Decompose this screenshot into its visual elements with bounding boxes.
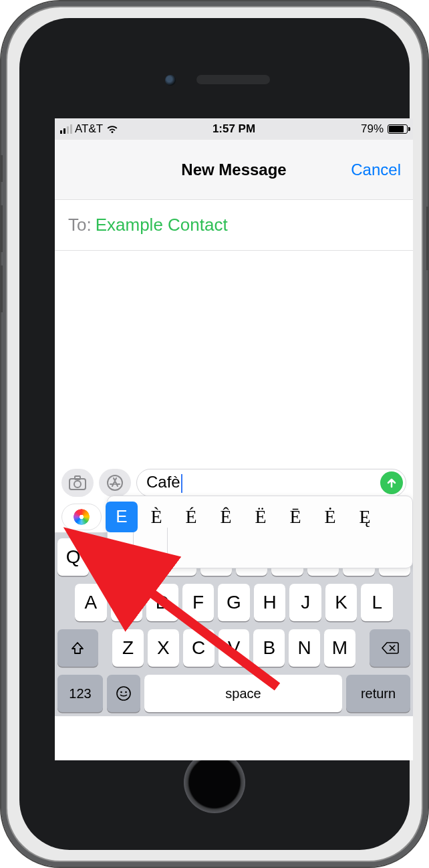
svg-point-1: [74, 481, 81, 487]
to-contact: Example Contact: [96, 215, 228, 235]
mute-switch: [0, 155, 3, 182]
key-j[interactable]: J: [289, 584, 321, 621]
front-camera: [165, 75, 176, 86]
key-d[interactable]: D: [146, 584, 178, 621]
accent-key-e-diaeresis[interactable]: Ë: [245, 502, 277, 532]
accent-picker-row: E È É Ê Ë Ē Ė Ę: [55, 501, 413, 533]
clock: 1:57 PM: [55, 122, 413, 136]
page-title: New Message: [181, 160, 286, 179]
key-z[interactable]: Z: [112, 629, 144, 667]
key-s[interactable]: S: [111, 584, 143, 621]
key-h[interactable]: H: [254, 584, 286, 621]
to-label: To:: [68, 215, 92, 235]
phone-frame: AT&T 1:57 PM 79% New Message Cancel To:: [0, 0, 429, 868]
key-k[interactable]: K: [325, 584, 358, 621]
accent-options: E È É Ê Ë Ē Ė Ę: [106, 502, 413, 532]
key-n[interactable]: N: [289, 629, 320, 667]
svg-point-3: [108, 475, 122, 490]
message-input[interactable]: Cafè: [136, 469, 406, 497]
key-g[interactable]: G: [218, 584, 250, 621]
status-bar: AT&T 1:57 PM 79%: [55, 118, 413, 140]
photos-icon: [74, 509, 90, 525]
key-c[interactable]: C: [183, 629, 214, 667]
battery-icon: [388, 124, 408, 134]
key-f[interactable]: F: [182, 584, 214, 621]
key-shift[interactable]: [57, 629, 98, 667]
accent-key-e-macron[interactable]: Ē: [279, 502, 311, 532]
key-q[interactable]: Q: [57, 538, 89, 576]
phone-bezel: AT&T 1:57 PM 79% New Message Cancel To:: [19, 18, 410, 850]
key-return[interactable]: return: [346, 675, 410, 712]
volume-down-button: [0, 265, 3, 312]
cancel-button[interactable]: Cancel: [351, 160, 401, 179]
accent-key-e-circumflex[interactable]: Ê: [210, 502, 242, 532]
key-emoji[interactable]: [107, 675, 140, 712]
camera-button[interactable]: [61, 469, 94, 497]
key-m[interactable]: M: [324, 629, 355, 667]
key-backspace[interactable]: [370, 629, 410, 667]
svg-point-5: [120, 691, 122, 693]
svg-point-4: [117, 687, 130, 700]
accent-key-e-dot[interactable]: Ė: [314, 502, 346, 532]
volume-up-button: [0, 205, 3, 252]
svg-rect-2: [75, 476, 80, 479]
accent-key-e-grave[interactable]: È: [140, 502, 172, 532]
accent-key-e[interactable]: E: [106, 502, 138, 532]
key-b[interactable]: B: [253, 629, 285, 667]
key-x[interactable]: X: [148, 629, 179, 667]
nav-bar: New Message Cancel: [55, 140, 413, 200]
key-numbers[interactable]: 123: [57, 675, 103, 712]
earpiece-speaker: [196, 75, 270, 84]
svg-point-6: [125, 691, 127, 693]
photos-app-button[interactable]: [61, 504, 102, 530]
key-v[interactable]: V: [219, 629, 250, 667]
app-store-button[interactable]: [99, 469, 131, 497]
home-button[interactable]: [184, 752, 245, 813]
key-a[interactable]: A: [75, 584, 107, 621]
accent-key-e-ogonek[interactable]: Ę: [349, 502, 381, 532]
accent-popup-tail: [133, 528, 168, 569]
power-button: [426, 207, 429, 270]
key-l[interactable]: L: [361, 584, 393, 621]
message-text: Cafè: [146, 473, 180, 491]
key-space[interactable]: space: [144, 675, 342, 712]
text-cursor: [181, 474, 182, 493]
screen: AT&T 1:57 PM 79% New Message Cancel To:: [55, 118, 413, 760]
message-body-area[interactable]: [55, 251, 413, 465]
to-field-row[interactable]: To: Example Contact: [55, 200, 413, 251]
accent-key-e-acute[interactable]: É: [175, 502, 207, 532]
send-button[interactable]: [380, 471, 403, 494]
